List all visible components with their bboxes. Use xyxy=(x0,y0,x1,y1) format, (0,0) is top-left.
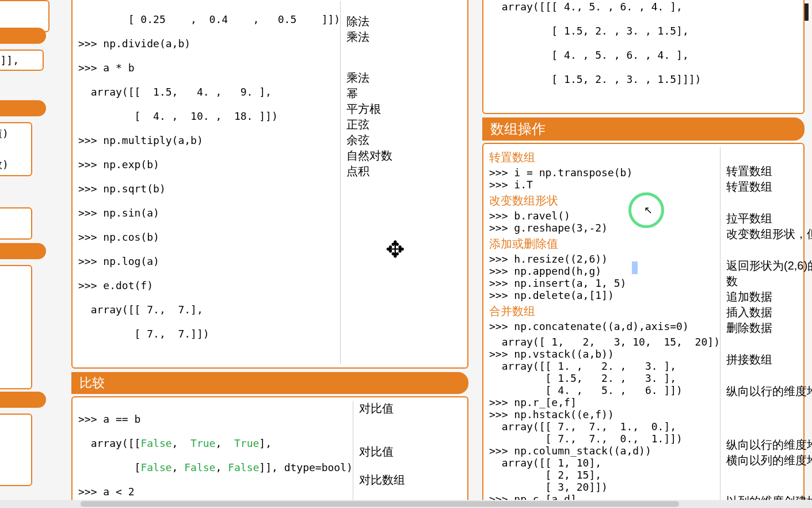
tr-d2: 转置数组 xyxy=(726,179,812,195)
desc-dot: 点积 xyxy=(346,164,462,179)
math-line-9: >>> np.sin(a) xyxy=(78,207,340,219)
arrayops-box: 转置数组 >>> i = np.transpose(b) >>> i.T 改变数… xyxy=(482,143,805,508)
mg-l7: >>> np.r_[e,f] xyxy=(489,396,720,408)
mg-l12: array([[ 1, 10], xyxy=(489,457,720,469)
mg-d3: 纵向以行的维度堆叠数 xyxy=(726,384,812,399)
left-header-stub-1 xyxy=(0,28,46,44)
ar-l1: >>> h.resize((2,6)) xyxy=(489,253,720,265)
mg-d1: 拼接数组 xyxy=(726,352,812,367)
cmp-l3: [False, False, False]], dtype=bool) xyxy=(78,461,353,473)
rs-l2: >>> g.reshape(3,-2) xyxy=(489,222,720,234)
ar-d4: 删除数据 xyxy=(726,320,812,336)
cmp-d2: 对比值 xyxy=(359,444,474,460)
math-line-2: >>> np.divide(a,b) xyxy=(78,37,340,50)
desc-sqrt: 平方根 xyxy=(346,101,462,117)
desc-cos: 余弦 xyxy=(346,132,462,148)
sub-addrem: 添加或删除值 xyxy=(489,236,720,252)
arrayops-header: 数组操作 xyxy=(482,117,805,141)
math-line-1: [ 0.25 , 0.4 , 0.5 ]]) xyxy=(78,13,340,25)
mg-l5: [ 1.5, 2. , 3. ], xyxy=(489,372,720,384)
desc-div: 除法 xyxy=(346,14,462,29)
left-box-stub-2: ,6)]], xyxy=(0,50,44,71)
tr-l2: >>> i.T xyxy=(489,179,720,191)
math-line-14: [ 7., 7.]]) xyxy=(78,328,340,340)
math-ops-box: [ 0.25 , 0.4 , 0.5 ]]) >>> np.divide(a,b… xyxy=(71,0,468,369)
mg-l8: >>> np.hstack((e,f)) xyxy=(489,408,720,420)
compare-header: 比较 xyxy=(71,372,468,394)
mg-l14: [ 3, 20]]) xyxy=(489,481,720,493)
left-box-stub-4 xyxy=(0,207,32,240)
stub-text-2: 佳值) xyxy=(0,127,28,141)
left-header-stub-2 xyxy=(0,100,46,116)
cmp-l4: >>> a < 2 xyxy=(78,486,353,498)
cmp-l2: array([[False, True, True], xyxy=(78,437,353,449)
mg-d7: 纵向以行的维度堆叠数 xyxy=(726,437,812,453)
left-box-stub-3: 佳值) 本数) xyxy=(0,122,32,176)
stub-text-3: 本数) xyxy=(0,158,28,172)
tr-l1: >>> i = np.transpose(b) xyxy=(489,166,720,179)
rs-d1: 拉平数组 xyxy=(726,211,812,226)
rt-l1: array([[[ 4., 5. , 6. , 4. ], xyxy=(489,1,798,13)
math-line-5: [ 4. , 10. , 18. ]]) xyxy=(78,110,340,122)
cmp-d1: 对比值 xyxy=(359,401,474,416)
left-header-stub-3 xyxy=(0,243,46,259)
compare-box: >>> a == b array([[False, True, True], [… xyxy=(71,396,468,508)
math-line-8: >>> np.sqrt(b) xyxy=(78,183,340,195)
ar-d2: 追加数据 xyxy=(726,289,812,305)
ar-d3: 插入数据 xyxy=(726,305,812,320)
mg-l4: array([[ 1. , 2. , 3. ], xyxy=(489,360,720,372)
desc-exp: 幂 xyxy=(346,86,462,101)
math-line-11: >>> np.log(a) xyxy=(78,255,340,267)
math-line-10: >>> np.cos(b) xyxy=(78,231,340,243)
mg-l1: >>> np.concatenate((a,d),axis=0) xyxy=(489,320,720,332)
desc-sin: 正弦 xyxy=(346,117,462,132)
desc-log: 自然对数 xyxy=(346,148,462,164)
mg-d8: 横向以列的维度堆叠数 xyxy=(726,453,812,468)
horizontal-scrollbar[interactable] xyxy=(0,500,812,508)
rt-l4: [ 1.5, 2. , 3. , 1.5]]]) xyxy=(489,73,798,85)
tr-d1: 转置数组 xyxy=(726,164,812,179)
right-top-box: array([[[ 4., 5. , 6. , 4. ], [ 1.5, 2. … xyxy=(482,0,805,114)
rs-l1: >>> b.ravel() xyxy=(489,210,720,222)
math-line-6: >>> np.multiply(a,b) xyxy=(78,134,340,146)
mg-l11: >>> np.column_stack((a,d)) xyxy=(489,445,720,457)
cmp-l1: >>> a == b xyxy=(78,413,353,425)
ar-l3: >>> np.insert(a, 1, 5) xyxy=(489,277,720,289)
cmp-d3: 对比数组 xyxy=(359,472,474,488)
left-header-stub-4 xyxy=(0,392,46,408)
rt-l2: [ 1.5, 2. , 3. , 1.5], xyxy=(489,25,798,37)
mg-l3: >>> np.vstack((a,b)) xyxy=(489,348,720,360)
math-line-7: >>> np.exp(b) xyxy=(78,158,340,170)
ar-l2: >>> np.append(h,g) xyxy=(489,265,720,277)
desc-mul1: 乘法 xyxy=(346,29,462,45)
math-line-12: >>> e.dot(f) xyxy=(78,279,340,291)
mg-l9: array([[ 7., 7., 1., 0.], xyxy=(489,420,720,433)
ar-d1: 返回形状为(2,6)的新数 xyxy=(726,258,812,289)
sub-transpose: 转置数组 xyxy=(489,150,720,165)
math-line-3: >>> a * b xyxy=(78,62,340,74)
desc-mul2: 乘法 xyxy=(346,70,462,86)
ar-l4: >>> np.delete(a,[1]) xyxy=(489,289,720,301)
math-line-13: array([[ 7., 7.], xyxy=(78,304,340,316)
text-selection xyxy=(632,261,638,274)
sub-merge: 合并数组 xyxy=(489,304,720,319)
left-box-stub-5 xyxy=(0,265,32,389)
math-line-4: array([[ 1.5, 4. , 9. ], xyxy=(78,86,340,98)
sub-reshape: 改变数组形状 xyxy=(489,193,720,208)
mg-l2: array([ 1, 2, 3, 10, 15, 20]) xyxy=(489,336,720,348)
rs-d2: 改变数组形状，但不改 xyxy=(726,226,812,242)
mg-l6: [ 4. , 5. , 6. ]]) xyxy=(489,384,720,396)
mg-l13: [ 2, 15], xyxy=(489,469,720,481)
rt-l3: [ 4. , 5. , 6. , 4. ], xyxy=(489,49,798,61)
mg-l10: [ 7., 7., 0., 1.]]) xyxy=(489,433,720,445)
left-box-stub-6 xyxy=(0,414,32,486)
